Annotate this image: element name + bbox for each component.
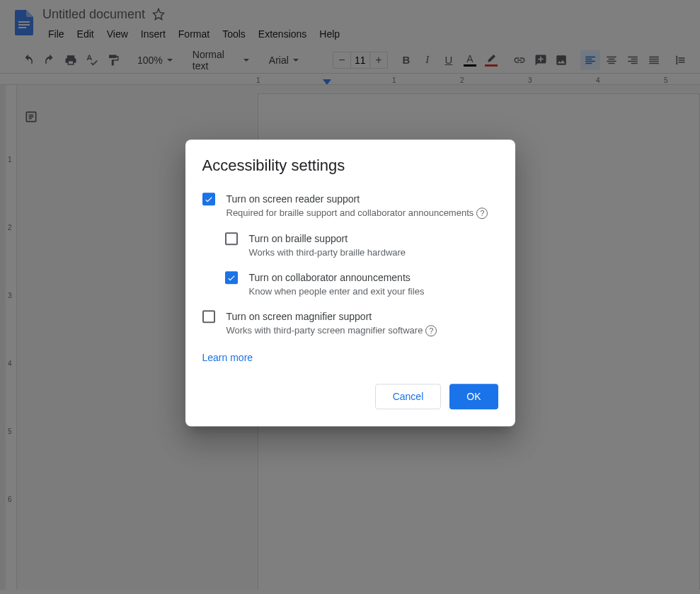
option-desc: Required for braille support and collabo…	[226, 207, 474, 218]
help-icon[interactable]: ?	[476, 207, 488, 219]
option-label: Turn on screen reader support	[226, 192, 488, 206]
dialog-title: Accessibility settings	[202, 156, 498, 175]
cancel-button[interactable]: Cancel	[375, 384, 442, 409]
checkbox-braille[interactable]	[225, 232, 238, 245]
option-desc: Works with third-party screen magnifier …	[226, 325, 423, 336]
accessibility-settings-dialog: Accessibility settings Turn on screen re…	[185, 139, 515, 426]
option-screen-reader: Turn on screen reader support Required f…	[202, 192, 498, 219]
option-braille: Turn on braille support Works with third…	[225, 232, 498, 258]
option-desc: Works with third-party braille hardware	[249, 247, 406, 258]
option-label: Turn on collaborator announcements	[249, 270, 425, 285]
learn-more-link[interactable]: Learn more	[202, 352, 253, 363]
option-magnifier: Turn on screen magnifier support Works w…	[202, 309, 498, 336]
option-label: Turn on screen magnifier support	[226, 309, 437, 324]
ok-button[interactable]: OK	[449, 384, 498, 409]
option-label: Turn on braille support	[249, 232, 406, 246]
checkbox-screen-reader[interactable]	[202, 193, 215, 205]
option-collaborator: Turn on collaborator announcements Know …	[225, 270, 498, 297]
checkbox-magnifier[interactable]	[202, 310, 215, 323]
help-icon[interactable]: ?	[425, 325, 437, 336]
checkbox-collaborator[interactable]	[225, 271, 238, 284]
option-desc: Know when people enter and exit your fil…	[249, 286, 425, 297]
